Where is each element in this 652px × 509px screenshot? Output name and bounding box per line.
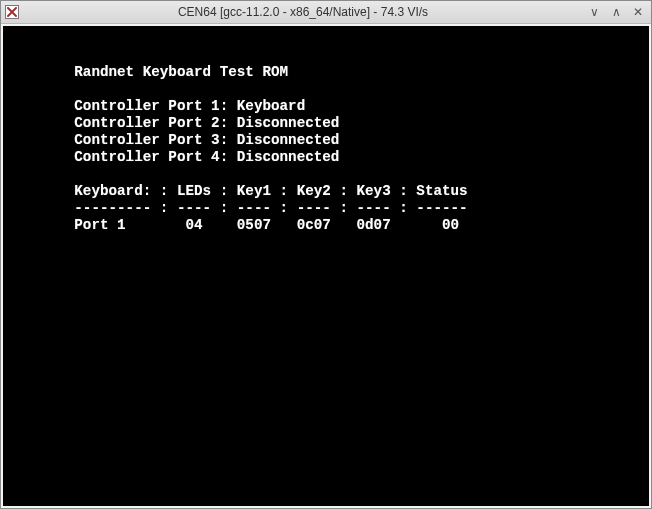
minimize-button[interactable]: ∨ [587,5,601,19]
app-window: CEN64 [gcc-11.2.0 - x86_64/Native] - 74.… [0,0,652,509]
emulator-viewport: Randnet Keyboard Test ROM Controller Por… [3,26,649,506]
app-x-icon [5,5,19,19]
window-controls: ∨ ∧ ✕ [587,5,647,19]
titlebar[interactable]: CEN64 [gcc-11.2.0 - x86_64/Native] - 74.… [1,1,651,24]
terminal-output: Randnet Keyboard Test ROM Controller Por… [4,42,616,490]
maximize-button[interactable]: ∧ [609,5,623,19]
close-button[interactable]: ✕ [631,5,645,19]
window-title: CEN64 [gcc-11.2.0 - x86_64/Native] - 74.… [25,5,581,19]
